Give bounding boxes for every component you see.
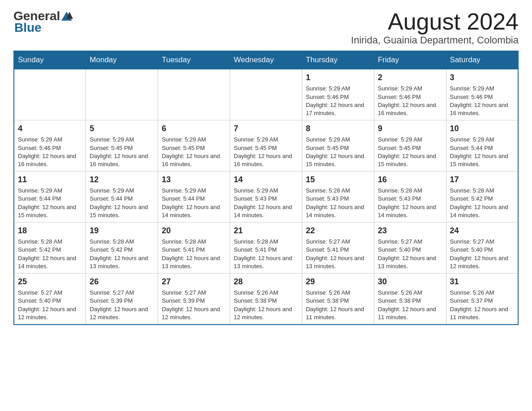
day-info: Sunrise: 5:29 AM Sunset: 5:46 PM Dayligh… [306, 85, 370, 117]
calendar-cell: 17Sunrise: 5:28 AM Sunset: 5:42 PM Dayli… [446, 171, 518, 223]
calendar-cell: 4Sunrise: 5:29 AM Sunset: 5:46 PM Daylig… [14, 120, 86, 171]
day-info: Sunrise: 5:29 AM Sunset: 5:44 PM Dayligh… [90, 187, 154, 219]
calendar-cell: 28Sunrise: 5:26 AM Sunset: 5:38 PM Dayli… [230, 273, 302, 324]
calendar-cell: 30Sunrise: 5:26 AM Sunset: 5:38 PM Dayli… [374, 273, 446, 324]
day-header-sunday: Sunday [14, 51, 86, 69]
calendar-cell: 2Sunrise: 5:29 AM Sunset: 5:46 PM Daylig… [374, 69, 446, 120]
day-number: 23 [378, 225, 442, 236]
day-number: 16 [378, 174, 442, 185]
calendar-cell: 12Sunrise: 5:29 AM Sunset: 5:44 PM Dayli… [86, 171, 158, 223]
calendar-week-row: 4Sunrise: 5:29 AM Sunset: 5:46 PM Daylig… [14, 120, 518, 171]
day-number: 2 [378, 72, 442, 83]
day-info: Sunrise: 5:29 AM Sunset: 5:45 PM Dayligh… [378, 136, 442, 168]
calendar-cell: 18Sunrise: 5:28 AM Sunset: 5:42 PM Dayli… [14, 223, 86, 274]
calendar-cell: 11Sunrise: 5:29 AM Sunset: 5:44 PM Dayli… [14, 171, 86, 223]
day-header-wednesday: Wednesday [230, 51, 302, 69]
calendar-cell: 7Sunrise: 5:29 AM Sunset: 5:45 PM Daylig… [230, 120, 302, 171]
day-number: 9 [378, 123, 442, 134]
day-number: 11 [18, 174, 82, 185]
day-number: 31 [450, 276, 514, 287]
day-number: 12 [90, 174, 154, 185]
calendar-cell: 26Sunrise: 5:27 AM Sunset: 5:39 PM Dayli… [86, 273, 158, 324]
calendar-cell: 14Sunrise: 5:29 AM Sunset: 5:43 PM Dayli… [230, 171, 302, 223]
calendar-cell: 29Sunrise: 5:26 AM Sunset: 5:38 PM Dayli… [302, 273, 374, 324]
day-info: Sunrise: 5:27 AM Sunset: 5:41 PM Dayligh… [306, 238, 370, 270]
day-info: Sunrise: 5:29 AM Sunset: 5:46 PM Dayligh… [450, 85, 514, 117]
calendar-cell: 6Sunrise: 5:29 AM Sunset: 5:45 PM Daylig… [158, 120, 230, 171]
logo-icon [60, 10, 73, 22]
calendar-cell [158, 69, 230, 120]
day-header-saturday: Saturday [446, 51, 518, 69]
calendar-week-row: 11Sunrise: 5:29 AM Sunset: 5:44 PM Dayli… [14, 171, 518, 223]
day-info: Sunrise: 5:28 AM Sunset: 5:42 PM Dayligh… [18, 238, 82, 270]
day-number: 19 [90, 225, 154, 236]
calendar-cell [14, 69, 86, 120]
calendar-week-row: 1Sunrise: 5:29 AM Sunset: 5:46 PM Daylig… [14, 69, 518, 120]
day-number: 7 [234, 123, 298, 134]
day-info: Sunrise: 5:28 AM Sunset: 5:43 PM Dayligh… [378, 187, 442, 219]
day-number: 8 [306, 123, 370, 134]
day-number: 22 [306, 225, 370, 236]
day-number: 15 [306, 174, 370, 185]
day-header-monday: Monday [86, 51, 158, 69]
calendar-cell: 8Sunrise: 5:29 AM Sunset: 5:45 PM Daylig… [302, 120, 374, 171]
day-info: Sunrise: 5:29 AM Sunset: 5:46 PM Dayligh… [378, 85, 442, 117]
location-title: Inirida, Guainia Department, Colombia [351, 34, 519, 46]
calendar-cell: 5Sunrise: 5:29 AM Sunset: 5:45 PM Daylig… [86, 120, 158, 171]
calendar-cell: 16Sunrise: 5:28 AM Sunset: 5:43 PM Dayli… [374, 171, 446, 223]
day-info: Sunrise: 5:26 AM Sunset: 5:37 PM Dayligh… [450, 289, 514, 321]
day-info: Sunrise: 5:27 AM Sunset: 5:40 PM Dayligh… [450, 238, 514, 270]
day-info: Sunrise: 5:29 AM Sunset: 5:44 PM Dayligh… [162, 187, 226, 219]
logo-blue-text: Blue [14, 21, 42, 35]
calendar-week-row: 18Sunrise: 5:28 AM Sunset: 5:42 PM Dayli… [14, 223, 518, 274]
day-info: Sunrise: 5:29 AM Sunset: 5:45 PM Dayligh… [234, 136, 298, 168]
title-section: August 2024 Inirida, Guainia Department,… [351, 9, 519, 46]
day-info: Sunrise: 5:27 AM Sunset: 5:40 PM Dayligh… [378, 238, 442, 270]
calendar-cell: 15Sunrise: 5:28 AM Sunset: 5:43 PM Dayli… [302, 171, 374, 223]
day-info: Sunrise: 5:29 AM Sunset: 5:43 PM Dayligh… [234, 187, 298, 219]
day-number: 25 [18, 276, 82, 287]
calendar-cell: 3Sunrise: 5:29 AM Sunset: 5:46 PM Daylig… [446, 69, 518, 120]
day-info: Sunrise: 5:29 AM Sunset: 5:44 PM Dayligh… [18, 187, 82, 219]
calendar-cell: 21Sunrise: 5:28 AM Sunset: 5:41 PM Dayli… [230, 223, 302, 274]
day-number: 27 [162, 276, 226, 287]
day-info: Sunrise: 5:27 AM Sunset: 5:39 PM Dayligh… [90, 289, 154, 321]
calendar-cell: 10Sunrise: 5:29 AM Sunset: 5:44 PM Dayli… [446, 120, 518, 171]
calendar-cell: 23Sunrise: 5:27 AM Sunset: 5:40 PM Dayli… [374, 223, 446, 274]
calendar-cell: 22Sunrise: 5:27 AM Sunset: 5:41 PM Dayli… [302, 223, 374, 274]
day-number: 21 [234, 225, 298, 236]
calendar-header-row: SundayMondayTuesdayWednesdayThursdayFrid… [14, 51, 518, 69]
day-info: Sunrise: 5:28 AM Sunset: 5:41 PM Dayligh… [234, 238, 298, 270]
calendar-cell: 31Sunrise: 5:26 AM Sunset: 5:37 PM Dayli… [446, 273, 518, 324]
day-info: Sunrise: 5:26 AM Sunset: 5:38 PM Dayligh… [306, 289, 370, 321]
day-info: Sunrise: 5:28 AM Sunset: 5:42 PM Dayligh… [90, 238, 154, 270]
day-number: 28 [234, 276, 298, 287]
day-number: 3 [450, 72, 514, 83]
day-info: Sunrise: 5:29 AM Sunset: 5:46 PM Dayligh… [18, 136, 82, 168]
day-number: 14 [234, 174, 298, 185]
day-number: 6 [162, 123, 226, 134]
day-number: 1 [306, 72, 370, 83]
day-header-tuesday: Tuesday [158, 51, 230, 69]
calendar-cell: 13Sunrise: 5:29 AM Sunset: 5:44 PM Dayli… [158, 171, 230, 223]
calendar-cell: 20Sunrise: 5:28 AM Sunset: 5:41 PM Dayli… [158, 223, 230, 274]
day-number: 5 [90, 123, 154, 134]
calendar-table: SundayMondayTuesdayWednesdayThursdayFrid… [13, 51, 519, 325]
logo: General Blue [13, 9, 73, 35]
calendar-cell: 24Sunrise: 5:27 AM Sunset: 5:40 PM Dayli… [446, 223, 518, 274]
calendar-week-row: 25Sunrise: 5:27 AM Sunset: 5:40 PM Dayli… [14, 273, 518, 324]
day-number: 26 [90, 276, 154, 287]
day-info: Sunrise: 5:29 AM Sunset: 5:44 PM Dayligh… [450, 136, 514, 168]
day-number: 4 [18, 123, 82, 134]
day-info: Sunrise: 5:29 AM Sunset: 5:45 PM Dayligh… [162, 136, 226, 168]
day-number: 18 [18, 225, 82, 236]
calendar-cell: 25Sunrise: 5:27 AM Sunset: 5:40 PM Dayli… [14, 273, 86, 324]
day-info: Sunrise: 5:28 AM Sunset: 5:42 PM Dayligh… [450, 187, 514, 219]
day-number: 30 [378, 276, 442, 287]
day-number: 20 [162, 225, 226, 236]
day-info: Sunrise: 5:27 AM Sunset: 5:40 PM Dayligh… [18, 289, 82, 321]
calendar-cell: 19Sunrise: 5:28 AM Sunset: 5:42 PM Dayli… [86, 223, 158, 274]
day-number: 24 [450, 225, 514, 236]
day-number: 17 [450, 174, 514, 185]
day-header-thursday: Thursday [302, 51, 374, 69]
